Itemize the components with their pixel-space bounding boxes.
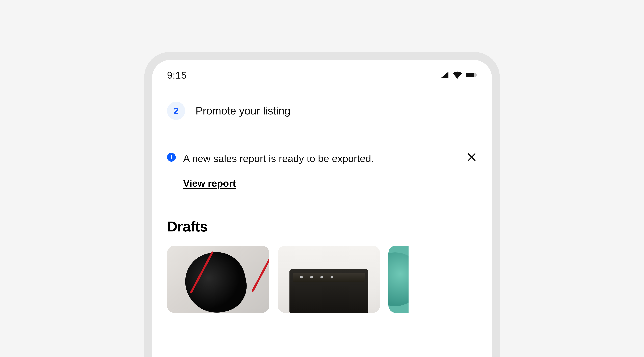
close-alert-button[interactable]	[466, 152, 477, 162]
cellular-signal-icon	[440, 71, 449, 79]
close-icon	[468, 153, 476, 161]
wifi-icon	[452, 71, 462, 79]
draft-card[interactable]	[388, 246, 408, 313]
draft-card[interactable]	[278, 246, 380, 313]
drafts-section: Drafts	[167, 218, 477, 313]
alert-body: A new sales report is ready to be export…	[183, 151, 459, 189]
drafts-heading: Drafts	[167, 218, 477, 235]
status-time: 9:15	[167, 70, 187, 81]
info-alert: i A new sales report is ready to be expo…	[167, 135, 477, 189]
step-number-badge: 2	[167, 102, 185, 120]
device-frame: 9:15 2	[144, 52, 500, 357]
content-area: 2 Promote your listing i A new sales rep…	[152, 87, 492, 357]
drafts-carousel[interactable]	[167, 246, 477, 313]
step-label: Promote your listing	[196, 105, 290, 117]
phone-screen: 9:15 2	[152, 60, 492, 357]
svg-rect-0	[466, 73, 474, 77]
status-icons	[440, 71, 477, 79]
info-icon: i	[167, 153, 176, 162]
battery-icon	[466, 72, 477, 78]
svg-rect-2	[476, 74, 477, 76]
svg-rect-1	[474, 73, 476, 77]
draft-card[interactable]	[167, 246, 269, 313]
view-report-link[interactable]: View report	[183, 178, 236, 189]
status-bar: 9:15	[152, 60, 492, 87]
step-row[interactable]: 2 Promote your listing	[167, 102, 477, 135]
alert-message: A new sales report is ready to be export…	[183, 151, 459, 166]
